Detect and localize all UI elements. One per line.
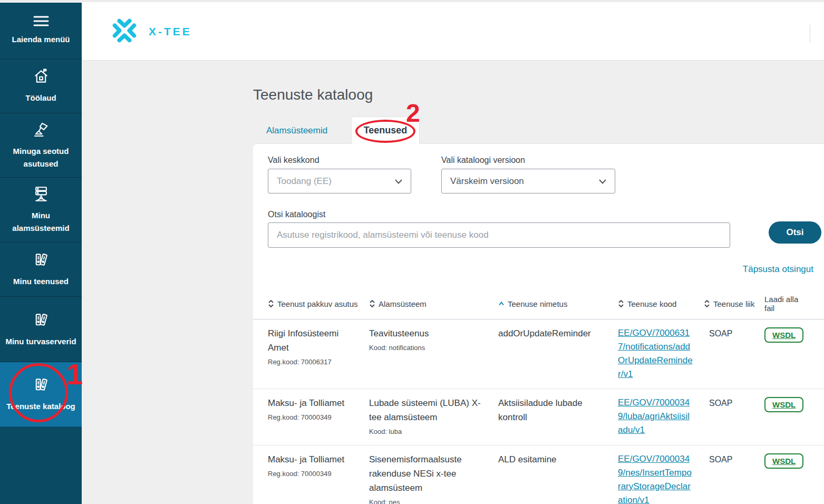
sidebar-expand-label: Laienda menüü — [12, 33, 70, 46]
xtee-logo-icon — [111, 17, 138, 46]
cell-subsystem: Sisenemisformaalsuste rakenduse NESi x-t… — [369, 452, 498, 504]
cell-service-name: ALD esitamine — [498, 452, 618, 504]
home-icon — [32, 67, 50, 85]
sidebar-item-label: Teenuste kataloog — [6, 400, 75, 413]
search-button[interactable]: Otsi — [769, 221, 821, 244]
sidebar-item-label: Minu teenused — [13, 275, 69, 288]
environment-select-value: Toodang (EE) — [277, 176, 332, 187]
table-row: Maksu- ja Tolliamet Reg.kood: 70000349 L… — [253, 389, 824, 445]
catalog-version-label: Vali kataloogi versioon — [441, 156, 525, 165]
tab-teenused-label: Teenused — [364, 125, 408, 136]
chevron-down-icon — [395, 179, 402, 184]
catalog-search-label: Otsi kataloogist — [268, 210, 325, 219]
sidebar-item-label: Minu alamsüsteemid — [4, 209, 77, 235]
cell-service-code: EE/GOV/70006317/notifications/addOrUpdat… — [618, 326, 704, 383]
environment-select[interactable]: Toodang (EE) — [268, 169, 411, 193]
sidebar-item-label: Minu turvaserverid — [5, 335, 76, 348]
sort-icon — [618, 299, 624, 308]
column-header-teenuse-nimetus[interactable]: Teenuse nimetus — [498, 295, 618, 313]
desk-lamp-icon — [32, 121, 50, 139]
cell-service-name: addOrUpdateReminder — [498, 326, 618, 383]
sidebar-item-minu-turvaserverid[interactable]: Minu turvaserverid — [0, 297, 82, 362]
sidebar-item-minu-alamsusteemid[interactable]: Minu alamsüsteemid — [0, 178, 82, 243]
sort-asc-icon — [498, 301, 505, 307]
window-top-edge — [0, 0, 824, 3]
subsystem-code: Kood: nes — [369, 498, 489, 504]
table-row: Riigi Infosüsteemi Amet Reg.kood: 700063… — [253, 319, 824, 389]
cell-subsystem: Lubade süsteemi (LUBA) X-tee alamsüsteem… — [369, 396, 498, 440]
catalog-version-select-value: Värskeim versioon — [450, 176, 524, 187]
subsystem-code: Kood: notifications — [369, 343, 489, 352]
hamburger-icon — [33, 15, 49, 27]
table-header-row: Teenust pakkuv asutus Alamsüsteem Teenus… — [253, 287, 824, 319]
column-header-laadi-alla-fail: Laadi alla fail — [764, 295, 815, 313]
cell-organization: Maksu- ja Tolliamet Reg.kood: 70000349 — [268, 396, 369, 440]
sort-icon — [268, 299, 274, 308]
advanced-search-link[interactable]: Täpsusta otsingut — [743, 264, 813, 275]
services-table: Teenust pakkuv asutus Alamsüsteem Teenus… — [253, 287, 824, 504]
column-header-teenuse-liik[interactable]: Teenuse liik — [704, 295, 764, 313]
page-title: Teenuste kataloog — [253, 86, 373, 103]
sidebar: Laienda menüü Töölaud Minuga seotud asut… — [0, 3, 82, 504]
column-header-teenuse-kood[interactable]: Teenuse kood — [618, 295, 704, 313]
binders-icon — [32, 251, 50, 269]
sidebar-item-label: Töölaud — [25, 92, 56, 104]
service-code-link[interactable]: EE/GOV/70000349/nes/InsertTemporaryStora… — [618, 452, 694, 504]
tab-teenused[interactable]: Teenused — [351, 117, 420, 144]
sidebar-item-toolaud[interactable]: Töölaud — [0, 59, 82, 113]
sidebar-empty-area — [0, 427, 82, 501]
table-row: Maksu- ja Tolliamet Reg.kood: 70000349 S… — [253, 445, 824, 504]
cell-download: WSDL — [764, 326, 815, 383]
wsdl-download-button[interactable]: WSDL — [764, 453, 803, 469]
cell-service-type: SOAP — [704, 452, 764, 504]
cell-subsystem: Teavitusteenus Kood: notifications — [369, 326, 498, 383]
server-stack-icon — [32, 185, 50, 203]
cell-organization: Riigi Infosüsteemi Amet Reg.kood: 700063… — [268, 326, 369, 383]
sort-icon — [369, 299, 375, 308]
cell-service-name: Aktsiisiladude lubade kontroll — [498, 396, 618, 440]
environment-label: Vali keskkond — [268, 156, 319, 165]
org-reg-code: Reg.kood: 70006317 — [268, 357, 360, 366]
cell-download: WSDL — [764, 452, 815, 504]
binders-icon — [32, 376, 50, 394]
sidebar-item-label: Minuga seotud asutused — [4, 145, 77, 170]
wsdl-download-button[interactable]: WSDL — [764, 397, 803, 412]
top-bar: X-TEE — [82, 3, 824, 61]
main-content: Teenuste kataloog Alamsüsteemid Teenused… — [82, 61, 824, 504]
sidebar-item-minuga-seotud-asutused[interactable]: Minuga seotud asutused — [0, 113, 82, 178]
column-header-teenust-pakkuv-asutus[interactable]: Teenust pakkuv asutus — [268, 295, 369, 313]
sidebar-item-teenuste-kataloog[interactable]: Teenuste kataloog — [0, 362, 82, 427]
sidebar-expand-menu-button[interactable]: Laienda menüü — [0, 3, 82, 59]
sort-icon — [704, 299, 710, 308]
tab-alamsusteemid[interactable]: Alamsüsteemid — [266, 125, 327, 136]
header-divider — [810, 25, 810, 43]
catalog-version-select[interactable]: Värskeim versioon — [441, 169, 615, 193]
cell-organization: Maksu- ja Tolliamet Reg.kood: 70000349 — [268, 452, 369, 504]
cell-download: WSDL — [764, 396, 815, 440]
chevron-down-icon — [599, 179, 606, 184]
sidebar-item-minu-teenused[interactable]: Minu teenused — [0, 243, 82, 297]
cell-service-type: SOAP — [704, 326, 764, 383]
cell-service-type: SOAP — [704, 396, 764, 440]
service-code-link[interactable]: EE/GOV/70006317/notifications/addOrUpdat… — [618, 326, 694, 381]
xtee-logo[interactable]: X-TEE — [111, 17, 192, 46]
org-reg-code: Reg.kood: 70000349 — [268, 413, 360, 422]
cell-service-code: EE/GOV/70000349/nes/InsertTemporaryStora… — [618, 452, 704, 504]
catalog-search-input[interactable] — [268, 222, 730, 248]
binders-icon — [32, 311, 50, 329]
org-reg-code: Reg.kood: 70000349 — [268, 469, 360, 478]
service-code-link[interactable]: EE/GOV/70000349/luba/agriAktsiisiladu/v1 — [618, 396, 694, 437]
tab-panel-teenused: Vali keskkond Toodang (EE) Vali kataloog… — [253, 143, 824, 504]
xtee-logo-text: X-TEE — [149, 25, 192, 38]
wsdl-download-button[interactable]: WSDL — [764, 327, 803, 343]
cell-service-code: EE/GOV/70000349/luba/agriAktsiisiladu/v1 — [618, 396, 704, 440]
column-header-alamsusteem[interactable]: Alamsüsteem — [369, 295, 498, 313]
subsystem-code: Kood: luba — [369, 427, 489, 436]
